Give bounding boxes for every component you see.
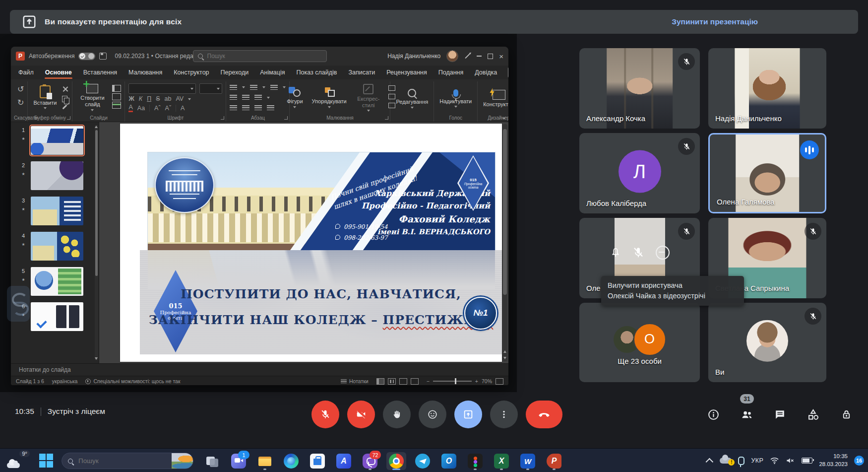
- dialog-launcher-icon[interactable]: [284, 116, 288, 120]
- notes-pane[interactable]: Нотатки до слайда: [11, 363, 508, 376]
- more-options-button[interactable]: [490, 401, 518, 428]
- participant-tile-olena[interactable]: Олена Галямова: [708, 133, 826, 213]
- redo-icon[interactable]: ↻: [17, 99, 24, 107]
- bold-button[interactable]: Ж: [128, 96, 134, 102]
- figma-button[interactable]: [465, 452, 485, 470]
- tab-record[interactable]: Записати: [348, 67, 375, 78]
- thumbnail-row[interactable]: 1: [20, 126, 99, 155]
- pin-icon[interactable]: [610, 247, 621, 258]
- italic-button[interactable]: К: [139, 96, 142, 102]
- character-spacing-button[interactable]: AV: [176, 96, 184, 102]
- edge-button[interactable]: [281, 452, 301, 470]
- text-effects-button[interactable]: ab: [164, 96, 171, 102]
- microsoft-store-button[interactable]: [308, 452, 327, 470]
- tab-review[interactable]: Рецензування: [386, 67, 427, 78]
- minimize-icon[interactable]: [477, 56, 482, 57]
- font-size-combo[interactable]: [199, 83, 222, 94]
- normal-view-icon[interactable]: [376, 378, 384, 385]
- change-case-button[interactable]: Aa: [137, 105, 145, 112]
- weather-widget[interactable]: 9°: [6, 451, 28, 470]
- shapes-button[interactable]: Фігури: [285, 84, 305, 109]
- participant-tile-liubov[interactable]: Л Любов Каліберда: [579, 133, 700, 213]
- strikethrough-button[interactable]: S: [156, 96, 160, 102]
- notes-toggle[interactable]: Нотатки: [341, 378, 369, 384]
- host-controls-icon[interactable]: [839, 407, 853, 421]
- excel-button[interactable]: [492, 452, 511, 470]
- align-center-icon[interactable]: [242, 105, 249, 111]
- raise-hand-button[interactable]: [383, 401, 411, 428]
- participant-tile-nadiia[interactable]: Надія Данильченко: [708, 48, 826, 129]
- slideshow-view-icon[interactable]: [411, 378, 419, 385]
- tab-file[interactable]: Файл: [18, 67, 34, 78]
- account-name[interactable]: Надія Данильченко: [387, 53, 440, 60]
- slide-thumbnail-4[interactable]: [31, 232, 83, 261]
- next-slide-button[interactable]: [503, 357, 506, 359]
- section-icon[interactable]: [112, 102, 121, 109]
- grow-font-button[interactable]: Аˆ: [154, 105, 161, 112]
- tab-view[interactable]: Подання: [438, 67, 464, 78]
- more-participants-tile[interactable]: О Ще 23 особи: [579, 303, 700, 382]
- maximize-icon[interactable]: [488, 54, 493, 59]
- thumbnail-row[interactable]: 5: [20, 267, 99, 296]
- participant-tile-aleksandr[interactable]: Александр Кочка: [579, 48, 700, 129]
- teams-chat-button[interactable]: 1: [229, 452, 248, 470]
- zoom-level[interactable]: 70%: [482, 378, 492, 384]
- numbering-icon[interactable]: [250, 85, 257, 90]
- zoom-out-button[interactable]: −: [427, 378, 430, 384]
- tab-animations[interactable]: Анімація: [259, 67, 285, 78]
- ppt-search-input[interactable]: [206, 52, 308, 60]
- dialog-launcher-icon[interactable]: [67, 116, 70, 120]
- decrease-indent-icon[interactable]: [230, 95, 237, 100]
- designer-button[interactable]: Конструктор: [481, 82, 508, 113]
- camera-toggle-button[interactable]: [347, 401, 375, 428]
- reactions-button[interactable]: [419, 401, 446, 428]
- volume-muted-icon[interactable]: [786, 457, 795, 465]
- tab-design[interactable]: Конструктор: [173, 67, 209, 78]
- ppt-search-box[interactable]: [193, 50, 327, 62]
- collapse-ribbon-icon[interactable]: [502, 118, 505, 120]
- taskbar-search[interactable]: [62, 453, 193, 469]
- slide-thumbnail-2[interactable]: [31, 161, 83, 190]
- increase-indent-icon[interactable]: [242, 95, 249, 100]
- columns-icon[interactable]: [254, 95, 262, 100]
- chat-icon[interactable]: [773, 407, 787, 421]
- viber-button[interactable]: 72: [360, 452, 380, 470]
- thumbnails-scrollbar[interactable]: [95, 125, 98, 360]
- present-button[interactable]: [454, 401, 482, 428]
- stop-presenting-button[interactable]: Зупинити презентацію: [672, 17, 758, 26]
- clear-formatting-button[interactable]: А: [181, 105, 185, 112]
- previous-slide-button[interactable]: [503, 350, 506, 353]
- paste-button[interactable]: Вставити: [31, 83, 59, 111]
- close-icon[interactable]: ×: [499, 53, 503, 60]
- accessibility-status[interactable]: Спеціальні можливості: щось не так: [93, 378, 180, 384]
- underline-button[interactable]: П: [147, 96, 151, 102]
- autosave-toggle[interactable]: [78, 53, 95, 60]
- align-right-icon[interactable]: [254, 105, 262, 111]
- zoom-in-button[interactable]: +: [475, 378, 478, 384]
- dialog-launcher-icon[interactable]: [221, 116, 224, 120]
- thumbnail-row[interactable]: 3: [20, 197, 99, 225]
- align-left-icon[interactable]: [230, 105, 237, 111]
- thumbnail-row[interactable]: 2: [20, 161, 99, 190]
- chrome-button[interactable]: [386, 452, 406, 470]
- floating-widget[interactable]: [7, 286, 30, 322]
- mute-participant-icon[interactable]: [632, 246, 645, 259]
- ink-pen-icon[interactable]: [465, 54, 470, 59]
- reset-slide-icon[interactable]: [112, 93, 121, 100]
- zoom-slider[interactable]: [433, 381, 472, 382]
- leave-call-button[interactable]: [526, 401, 562, 428]
- tab-home[interactable]: Основне: [45, 67, 72, 78]
- activities-icon[interactable]: [806, 407, 820, 421]
- slide-thumbnail-5[interactable]: [31, 267, 83, 296]
- language-switcher[interactable]: УКР: [751, 457, 763, 464]
- task-view-button[interactable]: [202, 452, 222, 470]
- thumbnail-row[interactable]: 6: [20, 302, 99, 331]
- dictate-button[interactable]: Надиктувати: [437, 82, 474, 113]
- slide-1[interactable]: Почни свій професійний шлях в нашому кол…: [120, 124, 502, 362]
- fit-to-window-icon[interactable]: [496, 378, 503, 385]
- cut-icon[interactable]: [62, 86, 68, 92]
- slide-thumbnail-1[interactable]: [31, 126, 83, 155]
- file-explorer-button[interactable]: [255, 452, 275, 470]
- telegram-button[interactable]: [413, 452, 433, 470]
- onedrive-icon[interactable]: !: [720, 458, 732, 464]
